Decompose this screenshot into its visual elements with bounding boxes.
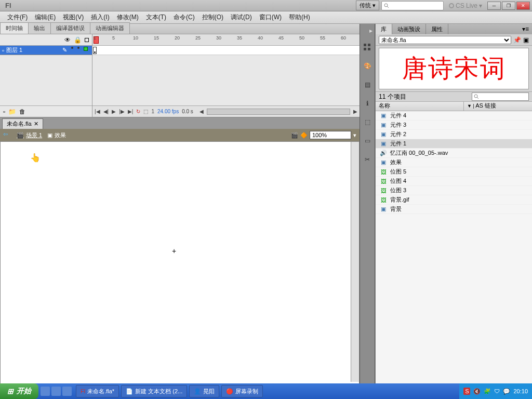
step-fwd-button[interactable]: |▶	[119, 109, 125, 114]
grid-icon[interactable]	[362, 42, 373, 53]
maximize-button[interactable]: ❐	[502, 2, 515, 10]
tab-output[interactable]: 输出	[28, 22, 51, 34]
menu-file[interactable]: 文件(F)	[4, 12, 31, 23]
menu-insert[interactable]: 插入(I)	[88, 12, 112, 23]
cs-live-button[interactable]: CS Live▾	[446, 2, 485, 9]
library-item[interactable]: ▣元件 2	[376, 130, 532, 139]
keyframe[interactable]	[93, 47, 97, 54]
library-item[interactable]: 🖼位图 4	[376, 177, 532, 186]
lock-icon[interactable]: 🔒	[74, 36, 82, 44]
tools-icon[interactable]: ✂	[362, 154, 373, 165]
library-item[interactable]: 🖼位图 5	[376, 167, 532, 177]
ie-icon[interactable]	[41, 387, 50, 396]
new-folder-button[interactable]: 📁	[8, 108, 16, 115]
help-search-input[interactable]	[381, 1, 444, 10]
play-button[interactable]: ▶	[112, 109, 116, 114]
tab-motion-presets[interactable]: 动画预设	[392, 24, 426, 34]
scroll-right-button[interactable]: ▶	[353, 109, 357, 114]
library-item[interactable]: ▣元件 4	[376, 111, 532, 121]
tab-compiler-errors[interactable]: 编译器错误	[50, 22, 90, 34]
menu-view[interactable]: 视图(V)	[60, 12, 87, 23]
taskbar-item[interactable]: 🔴屏幕录制	[221, 385, 263, 397]
scroll-left-button[interactable]: ◀	[200, 109, 204, 114]
tray-icon[interactable]: 🔇	[473, 388, 481, 395]
library-item[interactable]: 🖼背景.gif	[376, 195, 532, 205]
col-as-linkage[interactable]: ▼ | AS 链接	[464, 102, 532, 111]
tab-timeline[interactable]: 时间轴	[0, 22, 29, 34]
clock[interactable]: 20:10	[513, 388, 528, 394]
swatches-icon[interactable]: 🎨	[362, 60, 373, 72]
frames-track[interactable]	[92, 46, 360, 55]
tab-library[interactable]: 库	[376, 24, 392, 34]
zoom-dropdown-icon[interactable]: ▾	[353, 132, 356, 139]
onion-skin-button[interactable]: ⬚	[143, 109, 148, 114]
library-item[interactable]: 🖼位图 3	[376, 186, 532, 195]
pin-icon[interactable]: 📌	[513, 36, 521, 44]
menu-text[interactable]: 文本(T)	[143, 12, 169, 23]
tab-properties[interactable]: 属性	[426, 24, 448, 34]
workspace-dropdown[interactable]: 传统 ▾	[356, 1, 379, 10]
new-library-icon[interactable]: ▣	[523, 36, 529, 44]
fps-display[interactable]: 24.00 fps	[157, 109, 179, 114]
tray-icon[interactable]: 🧩	[484, 388, 491, 395]
edit-symbol-icon[interactable]: 🔶	[300, 132, 308, 139]
zoom-input[interactable]: 100%	[310, 131, 351, 139]
document-tab[interactable]: 未命名.fla✕	[2, 118, 43, 129]
close-button[interactable]: ✕	[516, 2, 530, 10]
taskbar-item[interactable]: 👤晃阳	[189, 385, 219, 397]
desktop-icon[interactable]	[51, 387, 61, 396]
library-item-name: 位图 3	[390, 187, 406, 194]
library-item[interactable]: ▣效果	[376, 158, 532, 167]
library-item[interactable]: ▣元件 1	[376, 139, 532, 149]
library-icon[interactable]: ▭	[362, 135, 373, 147]
menu-commands[interactable]: 命令(C)	[170, 12, 198, 23]
library-doc-dropdown[interactable]: 未命名.fla	[379, 36, 511, 44]
frames-scrollbar[interactable]	[207, 109, 350, 115]
expand-dock-icon[interactable]: ▸	[360, 27, 375, 34]
tray-icon[interactable]: 🛡	[494, 388, 500, 394]
align-icon[interactable]: ▤	[362, 79, 373, 90]
minimize-button[interactable]: ─	[487, 2, 501, 10]
edit-scene-icon[interactable]: 🎬	[291, 132, 298, 139]
step-back-button[interactable]: ◀|	[103, 109, 109, 114]
timeline-ruler[interactable]: 1 5 10 15 20 25 30 35 40 45 50 55 60	[92, 34, 360, 46]
library-item[interactable]: ▣背景	[376, 205, 532, 214]
info-icon[interactable]: ℹ	[362, 98, 373, 109]
outline-icon[interactable]	[85, 38, 89, 42]
menu-debug[interactable]: 调试(D)	[228, 12, 255, 23]
panel-menu-icon[interactable]: ▾≡	[519, 24, 532, 34]
symbol-crumb[interactable]: ▣效果	[47, 131, 66, 139]
delete-layer-button[interactable]: 🗑	[19, 108, 25, 115]
close-tab-icon[interactable]: ✕	[34, 121, 38, 127]
menu-modify[interactable]: 修改(M)	[114, 12, 142, 23]
stage[interactable]: +	[0, 141, 360, 391]
loop-icon[interactable]: ↻	[136, 109, 140, 114]
taskbar-item[interactable]: Fl未命名.fla*	[76, 385, 119, 397]
transform-icon[interactable]: ⬚	[362, 116, 373, 128]
goto-first-button[interactable]: |◀	[95, 109, 100, 114]
menu-window[interactable]: 窗口(W)	[256, 12, 285, 23]
stage-vscrollbar[interactable]	[351, 142, 359, 382]
goto-last-button[interactable]: ▶|	[128, 109, 134, 114]
tab-motion-editor[interactable]: 动画编辑器	[90, 22, 130, 34]
svg-line-1	[387, 6, 389, 8]
taskbar-item[interactable]: 📄新建 文本文档 (2...	[121, 385, 187, 397]
library-list[interactable]: ▣元件 4▣元件 3▣元件 2▣元件 1🔊忆江南 00_00_05-.wav▣效…	[376, 111, 532, 388]
library-item[interactable]: 🔊忆江南 00_00_05-.wav	[376, 149, 532, 158]
library-item[interactable]: ▣元件 3	[376, 121, 532, 130]
input-method-icon[interactable]: S	[463, 388, 470, 395]
eye-icon[interactable]: 👁	[64, 36, 71, 44]
outline-color[interactable]	[84, 47, 88, 51]
scene-crumb[interactable]: 🎬场景 1	[17, 131, 42, 139]
menu-edit[interactable]: 编辑(E)	[32, 12, 59, 23]
back-button[interactable]: ⇦	[3, 131, 11, 139]
new-layer-button[interactable]: ▫	[3, 108, 5, 115]
col-name[interactable]: 名称	[376, 102, 464, 111]
menu-help[interactable]: 帮助(H)	[286, 12, 313, 23]
start-button[interactable]: ⊞开始	[0, 383, 38, 399]
explorer-icon[interactable]	[62, 387, 72, 396]
tray-icon[interactable]: 💬	[503, 388, 510, 395]
menu-control[interactable]: 控制(O)	[199, 12, 227, 23]
layer-row[interactable]: ▫ 图层 1 ✎	[0, 46, 92, 55]
library-search-input[interactable]	[472, 92, 529, 101]
